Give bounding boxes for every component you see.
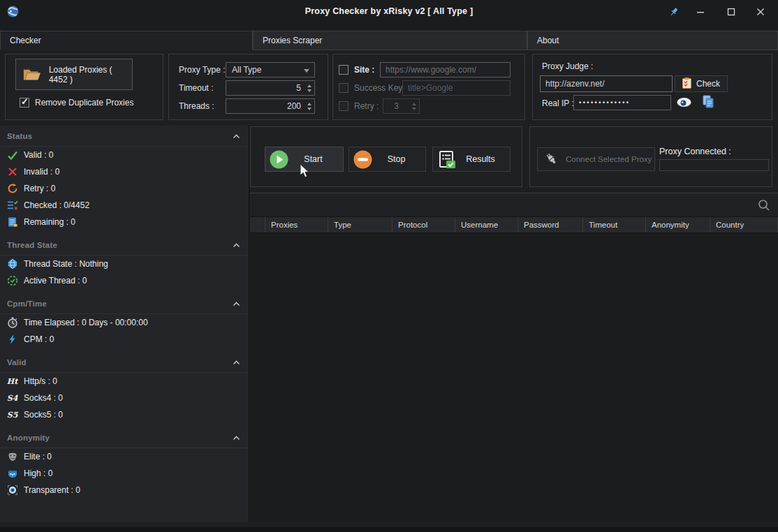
socks4-icon: S4 [6, 392, 18, 404]
section-header[interactable]: Status [0, 126, 249, 147]
results-table: ProxiesTypeProtocolUsernamePasswordTimeo… [250, 193, 778, 522]
column-header-anonymity[interactable]: Anonymity [646, 217, 710, 232]
column-header-timeout[interactable]: Timeout [583, 217, 646, 232]
bottom-strip [0, 527, 778, 532]
invalid-x-icon [6, 166, 18, 178]
stepper-arrows-icon [409, 99, 419, 113]
section-title: Thread State [7, 241, 57, 249]
minimize-button[interactable] [690, 4, 711, 20]
valid-check-icon [6, 149, 18, 161]
check-judge-button[interactable]: Check [675, 75, 728, 92]
connect-selected-proxy-button[interactable]: Connect Selected Proxy [537, 147, 655, 171]
start-button[interactable]: Start [265, 147, 344, 172]
loaded-proxies-group: Loaded Proxies ( 4452 ) Remove Duplicate… [5, 54, 163, 120]
active-thread-icon [6, 275, 18, 287]
sidebar-section-valid: Valid Ht Http/s : 0S4 Socks4 : 0S5 Socks… [0, 352, 249, 423]
site-checkbox[interactable] [339, 65, 348, 75]
sidebar-item-label: Valid : 0 [24, 150, 53, 160]
retry-stepper[interactable] [383, 98, 420, 114]
thread-globe-icon [6, 258, 18, 270]
chevron-up-icon [233, 302, 240, 306]
stop-button[interactable]: Stop [348, 147, 426, 172]
close-button[interactable] [750, 4, 771, 20]
sidebar-item-label: Retry : 0 [24, 184, 55, 193]
timeout-label: Timeout : [179, 83, 226, 93]
retry-checkbox[interactable] [339, 101, 348, 111]
sidebar-item: Thread State : Nothing [0, 256, 249, 272]
proxy-connected-input[interactable] [659, 159, 769, 171]
tab-proxies-scraper[interactable]: Proxies Scraper [253, 31, 527, 50]
success-key-checkbox[interactable] [339, 83, 348, 93]
site-url-input[interactable] [380, 62, 511, 77]
stop-icon [353, 150, 372, 169]
section-header[interactable]: Anonymity [0, 427, 249, 448]
load-proxies-button[interactable]: Loaded Proxies ( 4452 ) [15, 59, 133, 90]
tab-checker[interactable]: Checker [0, 31, 253, 50]
copy-icon[interactable] [703, 95, 714, 111]
table-body[interactable] [250, 233, 778, 522]
stepper-arrows-icon[interactable] [304, 81, 314, 95]
proxy-type-dropdown[interactable]: All Type [226, 62, 315, 77]
section-header[interactable]: Thread State [0, 235, 249, 256]
https-icon: Ht [6, 376, 18, 387]
connect-group: Connect Selected Proxy Proxy Connected : [529, 126, 772, 187]
site-options-group: Site : Success Key : Retry : [332, 54, 525, 120]
timeout-input[interactable] [226, 81, 304, 95]
column-header-username[interactable]: Username [455, 217, 518, 232]
sidebar-item-label: Socks5 : 0 [24, 410, 63, 420]
search-icon[interactable] [758, 199, 770, 212]
eye-icon[interactable] [677, 97, 691, 110]
folder-icon [22, 66, 42, 83]
sidebar-item-label: High : 0 [24, 468, 52, 478]
retry-input[interactable] [383, 99, 409, 113]
proxy-judge-label: Proxy Judge : [542, 61, 593, 71]
column-header-password[interactable]: Password [518, 217, 583, 232]
section-title: Anonymity [7, 434, 50, 442]
column-header-type[interactable]: Type [328, 217, 392, 232]
sidebar-item: Retry : 0 [0, 180, 249, 197]
column-header-country[interactable]: Country [710, 217, 778, 232]
tab-bar: Checker Proxies Scraper About [0, 31, 778, 50]
stopwatch-icon [6, 317, 18, 329]
checker-panel: Loaded Proxies ( 4452 ) Remove Duplicate… [0, 50, 778, 527]
load-proxies-label: Loaded Proxies ( 4452 ) [49, 65, 132, 84]
timeout-stepper[interactable] [226, 80, 315, 96]
plug-icon [543, 151, 560, 168]
lightning-icon [6, 334, 18, 346]
sidebar-item-label: Http/s : 0 [24, 376, 57, 386]
threads-stepper[interactable] [226, 98, 315, 114]
titlebar: Proxy Checker by xRisky v2 [ All Type ] [0, 0, 778, 24]
app-window: Proxy Checker by xRisky v2 [ All Type ] … [0, 0, 778, 532]
elite-mask-icon [6, 451, 18, 463]
remove-duplicates-checkbox[interactable] [20, 98, 29, 108]
sidebar-item: Valid : 0 [0, 147, 249, 163]
sidebar-item: Remaining : 0 [0, 214, 249, 230]
proxy-judge-url-input[interactable] [540, 75, 673, 92]
remove-duplicates-label: Remove Duplicate Proxies [35, 98, 133, 108]
tab-about[interactable]: About [527, 31, 778, 50]
threads-input[interactable] [226, 99, 304, 113]
socks5-icon: S5 [6, 409, 18, 421]
pin-icon[interactable] [663, 4, 684, 20]
sidebar-item: Transparent : 0 [0, 482, 249, 498]
sidebar-item: Checked : 0/4452 [0, 197, 249, 214]
section-header[interactable]: Cpm/Time [0, 293, 249, 314]
stepper-arrows-icon[interactable] [304, 99, 314, 113]
check-judge-label: Check [696, 79, 720, 89]
section-header[interactable]: Valid [0, 352, 249, 373]
success-key-input[interactable] [402, 80, 511, 96]
window-title: Proxy Checker by xRisky v2 [ All Type ] [0, 6, 778, 16]
column-header-protocol[interactable]: Protocol [392, 217, 455, 232]
results-button[interactable]: Results [432, 147, 511, 172]
settings-group: Proxy Type : All Type Timeout : Threads … [168, 54, 328, 120]
search-strip[interactable] [250, 193, 778, 216]
sidebar-item-label: Invalid : 0 [24, 167, 59, 177]
column-header-proxies[interactable]: Proxies [265, 217, 328, 232]
clipboard-check-icon [682, 77, 691, 91]
maximize-button[interactable] [721, 4, 742, 20]
success-key-label: Success Key : [354, 83, 407, 93]
chevron-down-icon [304, 69, 309, 73]
transparent-eye-icon [6, 485, 18, 496]
real-ip-field[interactable]: ••••••••••••• [573, 95, 671, 110]
proxy-judge-group: Proxy Judge : Check Real IP : ••••••••••… [532, 54, 772, 120]
